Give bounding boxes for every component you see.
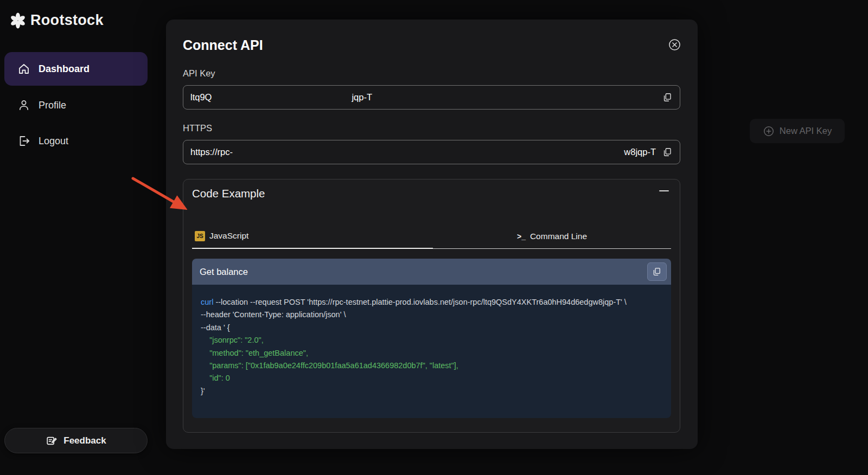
copy-icon[interactable] <box>662 92 673 102</box>
tab-javascript-label: JavaScript <box>209 231 248 241</box>
api-key-label: API Key <box>183 68 215 79</box>
javascript-icon: JS <box>195 231 205 241</box>
code-block[interactable]: curl --location --request POST 'https://… <box>192 285 671 418</box>
https-label: HTTPS <box>183 123 212 133</box>
tab-javascript[interactable]: JS JavaScript <box>192 224 433 249</box>
terminal-icon: >_ <box>517 232 526 241</box>
modal-title: Connect API <box>183 37 263 53</box>
code-example-title: Code Example <box>192 187 265 200</box>
rootstock-logo: Rootstock <box>10 12 104 29</box>
code-tabs: JS JavaScript >_ Command Line <box>192 224 671 249</box>
sidebar-item-logout[interactable]: Logout <box>4 128 148 154</box>
sidebar-item-label: Profile <box>39 100 66 111</box>
new-api-key-button[interactable]: New API Key <box>750 119 845 143</box>
copy-icon[interactable] <box>662 147 673 157</box>
feedback-icon <box>46 435 58 447</box>
https-field[interactable]: https://rpc- w8jqp-T <box>183 140 680 164</box>
logout-icon <box>17 134 30 147</box>
plus-circle-icon <box>763 125 775 137</box>
api-key-value-start: ltq9Q <box>190 92 212 102</box>
sidebar-item-label: Dashboard <box>39 63 90 75</box>
collapse-icon[interactable] <box>659 189 669 192</box>
tab-command-line[interactable]: >_ Command Line <box>433 224 671 249</box>
snippet-header: Get balance <box>192 259 671 285</box>
api-key-field[interactable]: ltq9Q jqp-T <box>183 85 680 110</box>
sidebar-item-profile[interactable]: Profile <box>4 92 148 118</box>
https-value-start: https://rpc- <box>190 147 233 157</box>
profile-icon <box>17 99 30 112</box>
tab-command-line-label: Command Line <box>530 232 587 241</box>
snippet-title: Get balance <box>200 267 248 277</box>
feedback-label: Feedback <box>63 435 106 446</box>
code-example-panel: Code Example JS JavaScript >_ Command Li… <box>183 179 680 433</box>
sidebar-item-dashboard[interactable]: Dashboard <box>4 52 148 86</box>
connect-api-modal: Connect API API Key ltq9Q jqp-T HTTPS ht… <box>166 20 698 449</box>
new-api-key-label: New API Key <box>780 126 832 136</box>
close-icon[interactable] <box>668 38 681 52</box>
rootstock-logo-icon <box>10 12 26 29</box>
logo-text: Rootstock <box>30 12 104 29</box>
snippet-copy-button[interactable] <box>647 262 667 281</box>
feedback-button[interactable]: Feedback <box>4 428 148 453</box>
https-value-end: w8jqp-T <box>624 147 656 157</box>
api-key-value-end: jqp-T <box>352 92 372 102</box>
code-snippet: Get balance curl --location --request PO… <box>192 259 671 418</box>
home-icon <box>17 62 30 75</box>
sidebar-item-label: Logout <box>39 136 68 147</box>
